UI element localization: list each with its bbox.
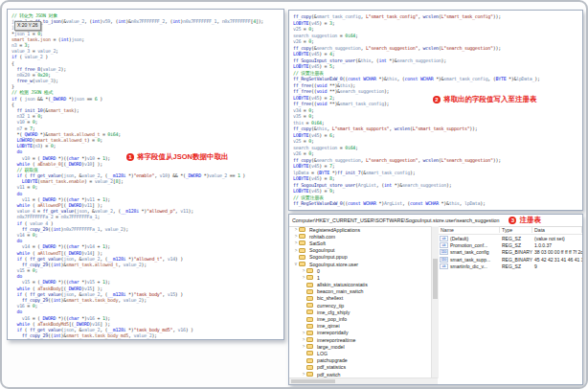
tree-item-ime-cfg-shiply[interactable]: ime_cfg_shiply	[289, 309, 431, 315]
tree-item-imereportrealtime[interactable]: >imereportrealtime	[289, 336, 431, 343]
value-name: smart_task_supp...	[450, 257, 490, 263]
tree-item-allskin-statusiconstatis[interactable]: allskin_statusiconstatis	[289, 282, 431, 288]
folder-icon	[306, 303, 313, 308]
tree-scrollbar-vertical[interactable]	[431, 226, 439, 378]
annotation-3: 3 注册表	[509, 216, 541, 225]
value-type: REG_BINARY	[500, 257, 532, 263]
tree-item-satsoft[interactable]: >SatSoft	[289, 240, 431, 246]
folder-icon	[306, 289, 313, 294]
folder-icon	[299, 240, 305, 245]
regedit-values-list: Name Type Data ab(Default)REG_SZ(value n…	[439, 226, 582, 384]
folder-icon	[299, 227, 305, 232]
tree-item-label: imereportdaily	[315, 330, 351, 335]
ida-pseudocode-panel-right: ff_copy(&smart_task_config, L"smart_task…	[288, 10, 583, 211]
pseudocode-right: ff_copy(&smart_task_config, L"smart_task…	[289, 11, 582, 207]
column-header-type[interactable]: Type	[500, 227, 532, 233]
tree-item-imereportdaily[interactable]: >imereportdaily	[289, 330, 431, 336]
reg-binary-icon: 110	[440, 257, 448, 263]
tree-item-label: currency_tip	[315, 303, 346, 309]
tree-item-label: imereportrealtime	[315, 337, 357, 343]
value-row-smartinfo-dic-v-[interactable]: absmartinfo_dic_v...REG_SZ9	[439, 263, 582, 269]
tree-item-1[interactable]: >1	[289, 274, 431, 281]
tree-item-label: 1	[315, 275, 322, 281]
regedit-panel: Computer\HKEY_CURRENT_USER\SOFTWARE\Sogo…	[288, 214, 583, 385]
code-line: ff_RegSetValueExW_0((const WCHAR *)&this…	[293, 76, 582, 82]
tree-item-sogouinput-store-user[interactable]: vSogouInput.store.user	[289, 261, 431, 267]
folder-icon	[306, 337, 313, 342]
tree-item-pdf-statistics[interactable]: pdf_statistics	[289, 364, 431, 371]
folder-icon	[306, 268, 313, 273]
folder-icon	[306, 283, 313, 287]
folder-icon	[306, 358, 313, 363]
annotation-2-text: 将取出的字段值写入至注册表	[443, 95, 537, 104]
scrollbar-thumb[interactable]	[291, 379, 335, 383]
value-name: (Default)	[450, 236, 468, 241]
value-type: REG_SZ	[500, 236, 532, 241]
reg-binary-icon: 110	[440, 249, 448, 255]
tree-item-patchupgrade[interactable]: patchupgrade	[289, 357, 431, 364]
values-rows: ab(Default)REG_SZ(value not set)abPromot…	[439, 235, 582, 269]
tree-item-sogouinput-ppup[interactable]: SogouInput.ppup	[289, 254, 431, 261]
code-line: ff_copy_29((int)&smart_task.task_body_md…	[11, 332, 283, 338]
tree-item-label: ime_cfg_shiply	[315, 309, 351, 315]
ida-pseudocode-panel-left: // 转化为 JSON 对象json_1 = ff_to_json(&value…	[7, 9, 284, 340]
tree-item-ime-pop-info[interactable]: ime_pop_info	[289, 315, 431, 322]
reg-sz-icon: ab	[440, 236, 448, 241]
circled-number-2-icon: 2	[433, 96, 441, 103]
value-row-smart-task-supp-[interactable]: 110smart_task_supp...REG_BINARY45 42 42 …	[439, 256, 582, 263]
tree-item-label: pdf_switch	[315, 372, 343, 378]
value-data: 9	[532, 263, 582, 269]
tree-item-large-model[interactable]: >large_model	[289, 343, 431, 350]
regedit-tree: >RegisteredApplications>rohitab.com>SatS…	[289, 226, 431, 378]
reg-sz-icon: ab	[440, 263, 448, 269]
value-data: 1.0.0.37	[532, 242, 582, 248]
circled-number-1-icon: 1	[126, 153, 134, 161]
tree-item-sogouinput[interactable]: >SogouInput	[289, 247, 431, 254]
folder-icon	[306, 317, 313, 322]
circled-number-3-icon: 3	[509, 217, 516, 224]
value-row--default-[interactable]: ab(Default)REG_SZ(value not set)	[439, 235, 582, 241]
tree-item-label: large_model	[315, 344, 347, 350]
value-data: 38 03 00 00 ff ff ff 7f 2c 00 02 00 02 0…	[532, 249, 582, 255]
value-type: REG_SZ	[500, 242, 532, 248]
annotation-1-text: 将字段值从JSON数据中取出	[137, 152, 228, 162]
tree-item-label: beacon_main_switch	[315, 288, 365, 294]
tree-item-log[interactable]: LOG	[289, 350, 431, 356]
value-row-smart-task-config[interactable]: 110smart_task_configREG_BINARY38 03 00 0…	[439, 249, 582, 256]
tree-item-0[interactable]: >0	[289, 267, 431, 274]
value-name: smart_task_config	[450, 249, 489, 255]
tree-item-label: SatSoft	[307, 240, 328, 246]
coords-tooltip: X:20 Y:26	[14, 21, 41, 31]
screenshot-frame: // 转化为 JSON 对象json_1 = ff_to_json(&value…	[0, 0, 588, 389]
tree-item-label: allskin_statusiconstatis	[315, 282, 370, 287]
value-row-promotion-conf-[interactable]: abPromotion_conf...REG_SZ1.0.0.37	[439, 241, 582, 248]
folder-icon	[299, 262, 305, 266]
value-type: REG_BINARY	[500, 249, 532, 255]
registry-path: Computer\HKEY_CURRENT_USER\SOFTWARE\Sogo…	[292, 217, 499, 223]
annotation-3-text: 注册表	[519, 216, 541, 225]
values-header-row: Name Type Data	[439, 226, 582, 235]
folder-icon	[306, 324, 313, 329]
folder-icon	[299, 248, 305, 253]
scrollbar-thumb[interactable]	[433, 259, 438, 299]
tree-item-rohitab-com[interactable]: >rohitab.com	[289, 233, 431, 240]
folder-icon	[306, 372, 313, 377]
tree-item-ime-qimei[interactable]: ime_qimei	[289, 323, 431, 330]
tree-item-bic-shellext[interactable]: bic_shellext	[289, 295, 431, 302]
tree-item-beacon-main-switch[interactable]: beacon_main_switch	[289, 288, 431, 295]
tree-scrollbar-horizontal[interactable]	[289, 378, 438, 384]
folder-icon	[306, 351, 313, 355]
folder-icon	[306, 331, 313, 335]
tree-item-label: pdf_statistics	[315, 364, 348, 370]
tree-item-label: ime_pop_info	[315, 316, 349, 322]
folder-icon	[306, 309, 313, 314]
tree-item-registeredapplications[interactable]: >RegisteredApplications	[289, 226, 431, 233]
value-type: REG_SZ	[500, 263, 532, 269]
column-header-name[interactable]: Name	[439, 227, 500, 233]
code-line: json_1 = ff_to_json(&value_2, (int)v59, …	[11, 18, 283, 24]
folder-icon	[299, 234, 305, 239]
annotation-1: 1 将字段值从JSON数据中取出	[126, 152, 228, 162]
column-header-data[interactable]: Data	[532, 227, 582, 233]
folder-icon	[306, 344, 313, 349]
tree-item-currency-tip[interactable]: currency_tip	[289, 302, 431, 309]
